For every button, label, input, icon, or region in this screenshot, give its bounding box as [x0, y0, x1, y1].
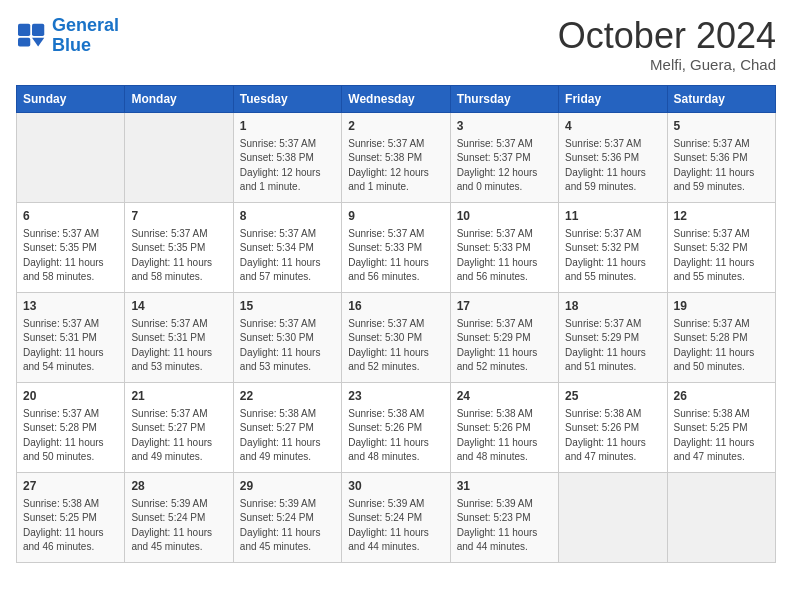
day-info: Sunrise: 5:38 AMSunset: 5:26 PMDaylight:…	[565, 407, 660, 465]
day-info: Sunrise: 5:37 AMSunset: 5:29 PMDaylight:…	[565, 317, 660, 375]
day-number: 28	[131, 478, 226, 495]
day-number: 9	[348, 208, 443, 225]
day-number: 18	[565, 298, 660, 315]
calendar-cell: 24Sunrise: 5:38 AMSunset: 5:26 PMDayligh…	[450, 382, 558, 472]
logo-line1: General	[52, 15, 119, 35]
day-info: Sunrise: 5:37 AMSunset: 5:30 PMDaylight:…	[240, 317, 335, 375]
day-number: 8	[240, 208, 335, 225]
calendar-cell: 17Sunrise: 5:37 AMSunset: 5:29 PMDayligh…	[450, 292, 558, 382]
day-info: Sunrise: 5:39 AMSunset: 5:24 PMDaylight:…	[131, 497, 226, 555]
day-number: 13	[23, 298, 118, 315]
day-info: Sunrise: 5:37 AMSunset: 5:28 PMDaylight:…	[674, 317, 769, 375]
day-info: Sunrise: 5:37 AMSunset: 5:35 PMDaylight:…	[23, 227, 118, 285]
calendar-cell: 3Sunrise: 5:37 AMSunset: 5:37 PMDaylight…	[450, 112, 558, 202]
day-number: 25	[565, 388, 660, 405]
calendar-cell: 15Sunrise: 5:37 AMSunset: 5:30 PMDayligh…	[233, 292, 341, 382]
day-info: Sunrise: 5:37 AMSunset: 5:31 PMDaylight:…	[131, 317, 226, 375]
day-number: 24	[457, 388, 552, 405]
day-number: 6	[23, 208, 118, 225]
day-info: Sunrise: 5:37 AMSunset: 5:32 PMDaylight:…	[674, 227, 769, 285]
calendar-cell: 8Sunrise: 5:37 AMSunset: 5:34 PMDaylight…	[233, 202, 341, 292]
calendar-cell: 13Sunrise: 5:37 AMSunset: 5:31 PMDayligh…	[17, 292, 125, 382]
logo-text: General Blue	[52, 16, 119, 56]
calendar-cell: 6Sunrise: 5:37 AMSunset: 5:35 PMDaylight…	[17, 202, 125, 292]
day-number: 12	[674, 208, 769, 225]
day-number: 23	[348, 388, 443, 405]
calendar-cell: 22Sunrise: 5:38 AMSunset: 5:27 PMDayligh…	[233, 382, 341, 472]
day-info: Sunrise: 5:37 AMSunset: 5:28 PMDaylight:…	[23, 407, 118, 465]
day-info: Sunrise: 5:37 AMSunset: 5:30 PMDaylight:…	[348, 317, 443, 375]
day-number: 27	[23, 478, 118, 495]
day-number: 1	[240, 118, 335, 135]
calendar-cell: 16Sunrise: 5:37 AMSunset: 5:30 PMDayligh…	[342, 292, 450, 382]
weekday-header-sunday: Sunday	[17, 85, 125, 112]
calendar-cell	[667, 472, 775, 562]
calendar-cell: 11Sunrise: 5:37 AMSunset: 5:32 PMDayligh…	[559, 202, 667, 292]
day-number: 7	[131, 208, 226, 225]
day-info: Sunrise: 5:37 AMSunset: 5:34 PMDaylight:…	[240, 227, 335, 285]
calendar-cell: 5Sunrise: 5:37 AMSunset: 5:36 PMDaylight…	[667, 112, 775, 202]
calendar-cell: 19Sunrise: 5:37 AMSunset: 5:28 PMDayligh…	[667, 292, 775, 382]
calendar-cell: 10Sunrise: 5:37 AMSunset: 5:33 PMDayligh…	[450, 202, 558, 292]
calendar-cell: 28Sunrise: 5:39 AMSunset: 5:24 PMDayligh…	[125, 472, 233, 562]
day-number: 20	[23, 388, 118, 405]
calendar-header: SundayMondayTuesdayWednesdayThursdayFrid…	[17, 85, 776, 112]
calendar-cell	[125, 112, 233, 202]
day-number: 31	[457, 478, 552, 495]
day-info: Sunrise: 5:38 AMSunset: 5:25 PMDaylight:…	[23, 497, 118, 555]
svg-rect-3	[18, 38, 30, 47]
logo-line2: Blue	[52, 35, 91, 55]
day-info: Sunrise: 5:39 AMSunset: 5:23 PMDaylight:…	[457, 497, 552, 555]
calendar-cell: 27Sunrise: 5:38 AMSunset: 5:25 PMDayligh…	[17, 472, 125, 562]
weekday-header-saturday: Saturday	[667, 85, 775, 112]
calendar-cell: 1Sunrise: 5:37 AMSunset: 5:38 PMDaylight…	[233, 112, 341, 202]
day-number: 15	[240, 298, 335, 315]
calendar-cell: 31Sunrise: 5:39 AMSunset: 5:23 PMDayligh…	[450, 472, 558, 562]
day-number: 14	[131, 298, 226, 315]
day-info: Sunrise: 5:37 AMSunset: 5:36 PMDaylight:…	[674, 137, 769, 195]
weekday-header-monday: Monday	[125, 85, 233, 112]
day-number: 17	[457, 298, 552, 315]
day-number: 11	[565, 208, 660, 225]
calendar-cell: 23Sunrise: 5:38 AMSunset: 5:26 PMDayligh…	[342, 382, 450, 472]
day-number: 5	[674, 118, 769, 135]
calendar-cell: 21Sunrise: 5:37 AMSunset: 5:27 PMDayligh…	[125, 382, 233, 472]
day-info: Sunrise: 5:38 AMSunset: 5:27 PMDaylight:…	[240, 407, 335, 465]
day-number: 3	[457, 118, 552, 135]
day-info: Sunrise: 5:38 AMSunset: 5:26 PMDaylight:…	[348, 407, 443, 465]
calendar-cell: 25Sunrise: 5:38 AMSunset: 5:26 PMDayligh…	[559, 382, 667, 472]
day-info: Sunrise: 5:37 AMSunset: 5:38 PMDaylight:…	[240, 137, 335, 195]
day-info: Sunrise: 5:39 AMSunset: 5:24 PMDaylight:…	[240, 497, 335, 555]
day-info: Sunrise: 5:37 AMSunset: 5:27 PMDaylight:…	[131, 407, 226, 465]
logo: General Blue	[16, 16, 119, 56]
calendar-cell: 12Sunrise: 5:37 AMSunset: 5:32 PMDayligh…	[667, 202, 775, 292]
calendar-body: 1Sunrise: 5:37 AMSunset: 5:38 PMDaylight…	[17, 112, 776, 562]
calendar-cell	[17, 112, 125, 202]
day-info: Sunrise: 5:37 AMSunset: 5:37 PMDaylight:…	[457, 137, 552, 195]
calendar-cell: 4Sunrise: 5:37 AMSunset: 5:36 PMDaylight…	[559, 112, 667, 202]
weekday-header-thursday: Thursday	[450, 85, 558, 112]
calendar-week-5: 27Sunrise: 5:38 AMSunset: 5:25 PMDayligh…	[17, 472, 776, 562]
day-info: Sunrise: 5:38 AMSunset: 5:26 PMDaylight:…	[457, 407, 552, 465]
day-number: 2	[348, 118, 443, 135]
calendar-cell: 20Sunrise: 5:37 AMSunset: 5:28 PMDayligh…	[17, 382, 125, 472]
day-number: 16	[348, 298, 443, 315]
day-info: Sunrise: 5:37 AMSunset: 5:32 PMDaylight:…	[565, 227, 660, 285]
weekday-header-friday: Friday	[559, 85, 667, 112]
weekday-header-wednesday: Wednesday	[342, 85, 450, 112]
day-number: 21	[131, 388, 226, 405]
weekday-header-row: SundayMondayTuesdayWednesdayThursdayFrid…	[17, 85, 776, 112]
day-info: Sunrise: 5:39 AMSunset: 5:24 PMDaylight:…	[348, 497, 443, 555]
day-info: Sunrise: 5:37 AMSunset: 5:33 PMDaylight:…	[457, 227, 552, 285]
calendar-cell: 30Sunrise: 5:39 AMSunset: 5:24 PMDayligh…	[342, 472, 450, 562]
logo-icon	[16, 22, 48, 50]
weekday-header-tuesday: Tuesday	[233, 85, 341, 112]
calendar-cell: 7Sunrise: 5:37 AMSunset: 5:35 PMDaylight…	[125, 202, 233, 292]
calendar-week-4: 20Sunrise: 5:37 AMSunset: 5:28 PMDayligh…	[17, 382, 776, 472]
calendar-cell: 29Sunrise: 5:39 AMSunset: 5:24 PMDayligh…	[233, 472, 341, 562]
day-number: 26	[674, 388, 769, 405]
day-number: 19	[674, 298, 769, 315]
page-header: General Blue October 2024 Melfi, Guera, …	[16, 16, 776, 73]
svg-rect-2	[32, 24, 44, 36]
calendar-cell: 14Sunrise: 5:37 AMSunset: 5:31 PMDayligh…	[125, 292, 233, 382]
